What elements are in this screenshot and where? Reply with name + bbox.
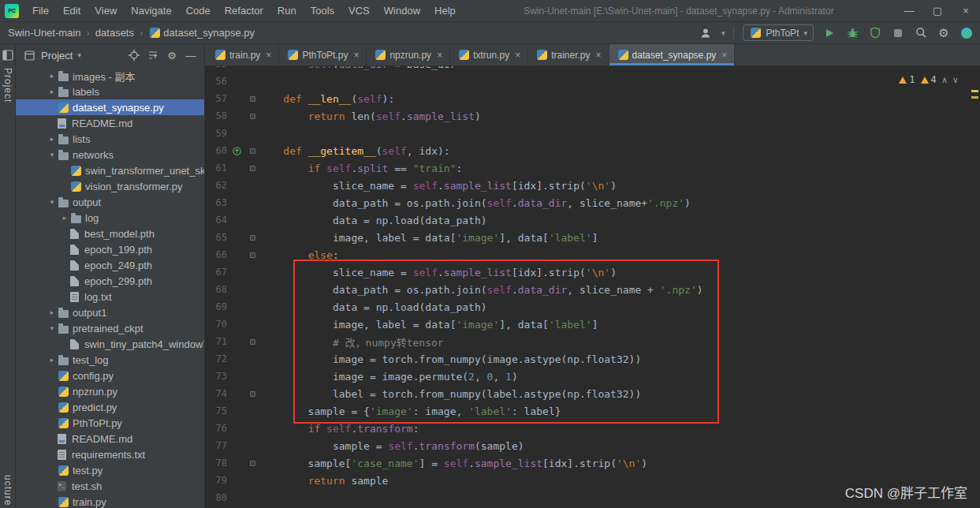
stop-button[interactable] [891,26,905,40]
tree-item[interactable]: README.md [16,431,204,446]
menu-view[interactable]: View [88,5,124,17]
override-method-icon[interactable] [227,147,246,155]
fold-marker-icon[interactable] [246,96,259,102]
line-number[interactable]: 57 [205,93,227,104]
tree-item[interactable]: config.py [16,368,204,383]
line-number[interactable]: 58 [205,110,227,121]
run-config-select[interactable]: PthToPt ▾ [743,24,814,41]
collapse-all-button[interactable] [146,48,160,62]
line-number[interactable]: 59 [205,128,227,139]
tree-item[interactable]: README.md [16,115,204,131]
tree-item[interactable]: requirements.txt [16,446,204,462]
menu-file[interactable]: File [25,5,56,17]
line-number[interactable]: 73 [205,371,227,382]
tree-item[interactable]: PthToPt.py [16,415,204,431]
fold-marker-icon[interactable] [246,461,259,466]
menu-code[interactable]: Code [179,5,218,17]
previous-problem-icon[interactable]: ∧ [942,75,948,85]
tree-item[interactable]: predict.py [16,399,204,415]
tree-item[interactable]: test.py [16,462,204,478]
tool-button-structure[interactable]: ucture [2,475,13,506]
editor-tab[interactable]: npzrun.py× [367,44,450,65]
hide-panel-button[interactable]: — [184,48,198,62]
settings-gear-icon[interactable]: ⚙ [937,26,951,40]
line-number[interactable]: 63 [205,197,227,208]
line-number[interactable]: 80 [205,492,227,503]
tree-item[interactable]: swin_transformer_unet_skip [16,162,204,178]
tree-item[interactable]: ▸lists [16,131,204,147]
editor-tab[interactable]: txtrun.py× [450,44,528,65]
line-number[interactable]: 79 [205,475,227,486]
menu-tools[interactable]: Tools [304,5,341,17]
tree-item[interactable]: swin_tiny_patch4_window7_2 [16,336,204,352]
line-number[interactable]: 67 [205,267,227,278]
close-icon[interactable]: × [266,50,271,61]
tree-item[interactable]: ▸test_log [16,352,204,368]
line-number[interactable]: 55 [205,66,227,69]
menu-window[interactable]: Window [377,5,427,17]
breadcrumb-item[interactable]: Swin-Unet-main [6,27,82,39]
close-icon[interactable]: × [437,50,442,61]
tree-item[interactable]: epoch_299.pth [16,273,204,289]
tree-item[interactable]: ▾output [16,194,204,210]
tree-item[interactable]: npzrun.py [16,383,204,399]
fold-marker-icon[interactable] [246,339,259,345]
fold-marker-icon[interactable] [246,252,259,258]
chevron-collapsed-icon[interactable]: ▸ [47,88,57,95]
coverage-button[interactable] [868,26,882,40]
line-number[interactable]: 72 [205,353,227,364]
minimize-button[interactable]: — [895,0,923,22]
line-number[interactable]: 56 [205,76,227,87]
editor-tab[interactable]: dataset_synapse.py× [609,44,736,65]
line-number[interactable]: 70 [205,319,227,330]
panel-settings-gear-icon[interactable]: ⚙ [165,48,179,62]
tree-item[interactable]: train.py [16,494,204,508]
close-icon[interactable]: × [515,50,520,61]
project-tool-icon[interactable] [2,50,13,63]
fold-marker-icon[interactable] [246,166,259,171]
tree-item[interactable]: test.sh [16,478,204,494]
chevron-collapsed-icon[interactable]: ▸ [60,214,69,222]
line-number[interactable]: 77 [205,440,227,451]
project-view-selector-icon[interactable] [22,48,36,62]
fold-marker-icon[interactable] [246,148,259,154]
line-number[interactable]: 68 [205,284,227,295]
menu-refactor[interactable]: Refactor [218,5,270,17]
line-number[interactable]: 64 [205,215,227,226]
user-icon[interactable] [699,26,713,40]
chevron-collapsed-icon[interactable]: ▸ [47,308,57,316]
menu-help[interactable]: Help [427,5,463,17]
line-number[interactable]: 74 [205,388,227,399]
line-number[interactable]: 62 [205,180,227,191]
editor-tab[interactable]: PthToPt.py× [279,44,367,65]
sphere-icon[interactable] [960,26,974,40]
breadcrumb-item[interactable]: dataset_synapse.py [147,27,256,39]
menu-navigate[interactable]: Navigate [124,5,178,17]
code-area[interactable]: 55 self.data_dir = base_dir5657 def __le… [205,66,980,508]
fold-marker-icon[interactable] [246,114,259,119]
line-number[interactable]: 61 [205,162,227,174]
fold-marker-icon[interactable] [246,235,259,241]
close-icon[interactable]: × [353,50,359,61]
tree-item[interactable]: epoch_249.pth [16,257,204,273]
run-button[interactable] [822,26,837,40]
line-number[interactable]: 71 [205,336,227,347]
line-number[interactable]: 76 [205,423,227,434]
tree-item[interactable]: ▸output1 [16,304,204,320]
breadcrumb-item[interactable]: datasets [94,27,136,39]
chevron-collapsed-icon[interactable]: ▸ [47,356,57,364]
close-icon[interactable]: × [721,50,727,61]
tree-item[interactable]: epoch_199.pth [16,241,204,257]
project-panel-title[interactable]: Project [41,50,73,62]
tree-item[interactable]: vision_transformer.py [16,178,204,194]
close-icon[interactable]: × [596,50,602,61]
line-number[interactable]: 66 [205,249,227,260]
menu-run[interactable]: Run [270,5,304,17]
tree-item[interactable]: ▸images - 副本 [16,68,204,84]
menu-vcs[interactable]: VCS [341,5,377,17]
close-button[interactable]: × [952,0,980,22]
debug-button[interactable] [845,26,859,40]
chevron-expanded-icon[interactable]: ▾ [47,324,57,332]
chevron-collapsed-icon[interactable]: ▸ [47,72,57,80]
tool-button-project[interactable]: Project [2,68,13,103]
